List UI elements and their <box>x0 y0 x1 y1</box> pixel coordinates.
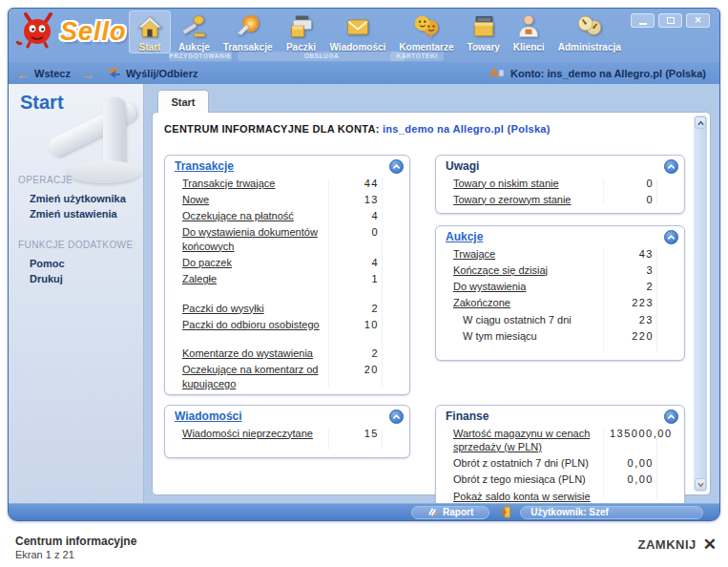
panel-row: Obrót z tego miesiąca (PLN)0,00 <box>436 472 684 488</box>
row-link[interactable]: Wartość magazynu w cenach sprzedaży (w P… <box>453 427 610 454</box>
row-value: 135000,00 <box>610 427 654 440</box>
panel-header: Aukcje <box>436 226 684 245</box>
toolbar-item-aukcje[interactable]: Aukcje <box>173 10 216 53</box>
window-controls: ✕ <box>631 13 710 28</box>
panel-header: Wiadomości <box>165 406 409 425</box>
row-link[interactable]: Komentarze do wystawienia <box>182 346 335 360</box>
close-button[interactable]: ✕ <box>686 13 710 28</box>
collapse-button[interactable] <box>664 230 678 244</box>
envelope-icon <box>343 12 373 41</box>
panel-row: Komentarze do wystawienia2 <box>165 346 409 362</box>
toolbar-item-start[interactable]: Start <box>129 10 171 53</box>
minimize-icon <box>639 23 647 25</box>
panel-row: Paczki do odbioru osobistego10 <box>165 316 409 332</box>
toolbar-item-klienci[interactable]: Klienci <box>508 10 551 53</box>
tab-start[interactable]: Start <box>157 90 209 113</box>
toolbar-item-paczki[interactable]: Paczki <box>281 10 322 53</box>
row-link[interactable]: Nowe <box>182 193 335 206</box>
toolbar-item-towary[interactable]: Towary <box>462 10 506 53</box>
row-link[interactable]: Do wystawienia dokumentów końcowych <box>182 225 335 253</box>
sidebar-item-zmien-uzytkownika[interactable]: Zmień użytkownika <box>30 193 126 204</box>
row-value: 44 <box>335 177 379 190</box>
panel-row: Obrót z ostatnich 7 dni (PLN)0,00 <box>436 455 684 472</box>
row-value: 4 <box>335 209 379 222</box>
panel-row: Paczki do wysyłki2 <box>165 300 409 316</box>
sello-logo-text: Sello <box>60 17 127 47</box>
minimize-button[interactable] <box>631 13 655 28</box>
row-link[interactable]: Paczki do odbioru osobistego <box>182 318 335 331</box>
row-value: 0 <box>610 193 654 206</box>
row-value: 0,00 <box>610 456 654 470</box>
row-link[interactable]: Do wystawienia <box>453 280 610 293</box>
smileys-icon <box>411 12 442 41</box>
row-link[interactable]: Pokaż saldo konta w serwisie <box>453 490 610 503</box>
collapse-button[interactable] <box>389 159 404 174</box>
row-link[interactable]: Do paczek <box>182 256 335 269</box>
maximize-button[interactable] <box>658 13 682 28</box>
panel-title-transakcje[interactable]: Transakcje <box>175 159 234 173</box>
status-bar: Raport Użytkownik: Szef <box>9 503 719 520</box>
sidebar-item-zmien-ustawienia[interactable]: Zmień ustawienia <box>30 208 117 220</box>
send-receive-icon[interactable] <box>107 65 121 82</box>
nav-left-group: ← Wstecz → Wyślij/Odbierz <box>16 65 198 82</box>
panel-row: Kończące się dzisiaj3 <box>436 262 684 278</box>
panel-title-aukcje[interactable]: Aukcje <box>446 230 483 243</box>
panel-row: Trwające43 <box>436 245 684 262</box>
send-receive-button[interactable]: Wyślij/Odbierz <box>126 68 198 79</box>
raport-icon <box>427 507 438 518</box>
back-button[interactable]: Wstecz <box>34 68 71 79</box>
row-label: Obrót z ostatnich 7 dni (PLN) <box>453 456 610 470</box>
raport-button[interactable]: Raport <box>411 506 489 519</box>
collapse-button[interactable] <box>664 159 678 174</box>
toolbar-item-wiadomosci[interactable]: Wiadomości <box>324 10 392 53</box>
scroll-down-button[interactable] <box>695 478 706 491</box>
scroll-up-button[interactable] <box>695 116 706 129</box>
panel-uwagi: Uwagi Towary o niskim stanie0 Towary o z… <box>435 155 685 214</box>
panel-row: Wartość magazynu w cenach sprzedaży (w P… <box>436 425 684 455</box>
panel-row: Transakcje trwające44 <box>165 175 409 191</box>
toolbar-item-administracja[interactable]: Administracja <box>552 10 627 53</box>
sidebar: Start OPERACJE Zmień użytkownika Zmień u… <box>9 84 144 503</box>
row-value: 2 <box>335 346 379 360</box>
person-icon <box>513 12 544 41</box>
panel-row: Towary o niskim stanie0 <box>436 175 684 191</box>
forward-arrow-icon[interactable]: → <box>81 67 94 80</box>
row-link[interactable]: Oczekujące na komentarz od kupującego <box>182 363 335 390</box>
account-label[interactable]: Konto: ins_demo na Allegro.pl (Polska) <box>510 68 706 79</box>
toolbar-group-przygotowanie: PRZYGOTOWANIE <box>169 52 232 61</box>
row-link[interactable]: Oczekujące na płatność <box>182 209 335 222</box>
toolbar-item-komentarze[interactable]: Komentarze <box>393 10 459 53</box>
back-arrow-icon[interactable]: ← <box>16 67 30 80</box>
row-link[interactable]: Wiadomości nieprzeczytane <box>182 427 335 440</box>
row-value: 4 <box>335 256 379 269</box>
collapse-button[interactable] <box>664 410 678 424</box>
row-link[interactable]: Transakcje trwające <box>182 177 335 190</box>
user-door-icon[interactable] <box>498 506 511 518</box>
row-value: 23 <box>610 313 654 326</box>
main-toolbar: Sello Start Aukcje Transakcje <box>9 9 719 54</box>
row-link[interactable]: Trwające <box>453 247 610 261</box>
gavel-icon <box>178 12 209 41</box>
panel-row: Zaległe1 <box>165 271 409 287</box>
app-window: Sello Start Aukcje Transakcje <box>8 8 720 521</box>
toolbar-item-label: Start <box>139 42 161 52</box>
row-link[interactable]: Zakończone <box>453 296 610 309</box>
zamknij-button[interactable]: ZAMKNIJ ✕ <box>637 536 717 553</box>
zamknij-label: ZAMKNIJ <box>637 537 696 552</box>
panel-wiadomosci: Wiadomości Wiadomości nieprzeczytane15 <box>164 405 410 458</box>
row-link[interactable]: Towary o niskim stanie <box>453 177 610 190</box>
row-link[interactable]: Paczki do wysyłki <box>182 302 335 315</box>
sidebar-item-drukuj[interactable]: Drukuj <box>30 273 63 284</box>
collapse-button[interactable] <box>389 410 404 424</box>
panel-header: Finanse <box>436 406 684 425</box>
panel-title-wiadomosci[interactable]: Wiadomości <box>175 410 242 423</box>
panel-row: Do wystawienia dokumentów końcowych0 <box>165 224 409 255</box>
toolbar-item-transakcje[interactable]: Transakcje <box>218 10 279 53</box>
row-label: W tym miesiącu <box>453 329 610 343</box>
row-value: 2 <box>610 280 654 293</box>
row-link[interactable]: Zaległe <box>182 272 335 285</box>
row-link[interactable]: Kończące się dzisiaj <box>453 263 610 277</box>
vertical-scrollbar[interactable] <box>694 116 707 492</box>
sidebar-item-pomoc[interactable]: Pomoc <box>30 258 65 269</box>
row-link[interactable]: Towary o zerowym stanie <box>453 193 610 206</box>
